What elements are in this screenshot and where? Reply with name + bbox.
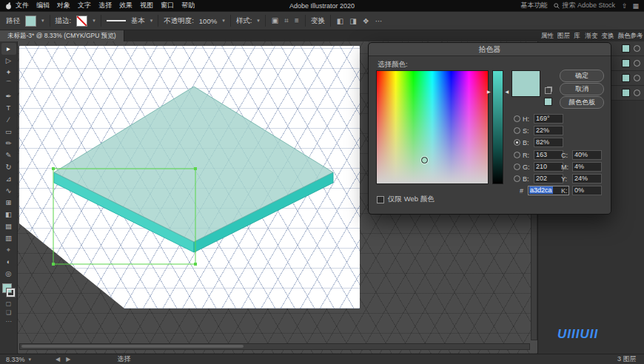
radio-b2[interactable] xyxy=(514,175,520,182)
web-only-checkbox[interactable] xyxy=(377,196,384,203)
web-gamut-cube-icon[interactable] xyxy=(545,87,551,94)
apps-icon[interactable]: ▦ xyxy=(632,2,639,10)
share-icon[interactable]: ⇧ xyxy=(622,2,628,10)
radio-b-selected[interactable] xyxy=(514,139,520,146)
selection-handle[interactable] xyxy=(52,167,55,170)
dialog-title[interactable]: 拾色器 xyxy=(369,43,611,56)
fill-caret-icon[interactable]: ▾ xyxy=(41,18,44,24)
m-input[interactable]: 4% xyxy=(572,162,602,172)
s-input[interactable]: 22% xyxy=(534,126,563,135)
layer-target-circle-icon[interactable] xyxy=(634,90,640,96)
color-field-marker[interactable] xyxy=(421,157,428,164)
apple-icon[interactable] xyxy=(5,2,12,10)
magic-wand-tool[interactable]: ✦ xyxy=(1,67,16,78)
h-input[interactable]: 169° xyxy=(534,114,563,124)
mesh-tool[interactable]: ▤ xyxy=(1,220,16,232)
zoom-tool[interactable]: ◎ xyxy=(1,268,16,280)
cancel-button[interactable]: 取消 xyxy=(560,83,604,95)
prev-artboard-icon[interactable]: ◀ xyxy=(56,356,60,363)
horizontal-scrollbar[interactable] xyxy=(19,343,530,350)
radio-g[interactable] xyxy=(514,164,520,170)
options-menu-icon[interactable]: ≡ xyxy=(294,16,300,25)
selection-handle[interactable] xyxy=(194,263,197,266)
c-input[interactable]: 40% xyxy=(572,150,602,160)
line-segment-tool[interactable]: ∕ xyxy=(1,114,16,126)
workspace-switcher[interactable]: 基本功能 xyxy=(520,1,547,10)
arrange-icon[interactable]: ❖ xyxy=(362,17,370,25)
stock-search[interactable]: 搜索 Adobe Stock xyxy=(554,1,615,10)
gradient-tool[interactable]: ▥ xyxy=(1,232,16,244)
menu-item-3[interactable]: 文字 xyxy=(74,1,95,10)
stroke-indicator-swatch[interactable] xyxy=(7,289,15,297)
layer-color-swatch[interactable] xyxy=(622,89,630,97)
brush-name[interactable]: 基本 xyxy=(131,16,145,26)
opacity-value[interactable]: 100% xyxy=(199,17,217,25)
pencil-tool[interactable]: ✎ xyxy=(1,149,16,161)
layer-target-circle-icon[interactable] xyxy=(634,45,640,52)
blend-tool[interactable]: ◐ xyxy=(1,256,16,268)
free-transform-tool[interactable]: ⊞ xyxy=(1,197,16,209)
brightness-slider[interactable]: ▶ ◀ xyxy=(492,70,503,184)
panel-tab-图层[interactable]: 图层 xyxy=(557,32,570,41)
b-input[interactable]: 82% xyxy=(534,138,563,147)
toolbar-more-icon[interactable]: ⋯ xyxy=(6,318,12,325)
zoom-level[interactable]: 8.33% xyxy=(6,356,25,363)
color-swatches-button[interactable]: 颜色色板 xyxy=(560,96,604,109)
style-caret-icon[interactable]: ▾ xyxy=(257,18,260,24)
panel-tab-颜色参考[interactable]: 颜色参考 xyxy=(618,32,643,41)
slider-marker-right-icon[interactable]: ◀ xyxy=(505,89,509,94)
layer-target-circle-icon[interactable] xyxy=(634,60,640,67)
opacity-caret-icon[interactable]: ▾ xyxy=(222,18,225,24)
menu-item-4[interactable]: 选择 xyxy=(95,1,115,10)
transform-label[interactable]: 变换 xyxy=(311,16,325,26)
document-setup-icon[interactable]: ▣ xyxy=(271,16,279,25)
paintbrush-tool[interactable]: ✏ xyxy=(1,138,16,149)
width-tool[interactable]: ∿ xyxy=(1,185,16,197)
iso-box-top-face[interactable] xyxy=(54,87,333,242)
selection-handle[interactable] xyxy=(52,263,55,266)
fill-color-swatch[interactable] xyxy=(25,16,36,27)
rotate-tool[interactable]: ↻ xyxy=(1,161,16,173)
menu-item-0[interactable]: 文件 xyxy=(12,1,33,10)
panel-tab-属性[interactable]: 属性 xyxy=(541,32,554,41)
color-field[interactable] xyxy=(376,70,489,184)
layer-color-swatch[interactable] xyxy=(622,74,630,82)
panel-tab-库[interactable]: 库 xyxy=(574,32,580,41)
scale-tool[interactable]: ⊿ xyxy=(1,173,16,185)
layer-target-circle-icon[interactable] xyxy=(634,75,640,81)
menu-item-6[interactable]: 视图 xyxy=(136,1,157,10)
menu-item-5[interactable]: 效果 xyxy=(115,1,136,10)
b2-input[interactable]: 202 xyxy=(534,174,563,183)
panel-tab-渐变[interactable]: 渐变 xyxy=(586,32,598,41)
menu-item-7[interactable]: 窗口 xyxy=(157,1,178,10)
selection-tool[interactable]: ▸ xyxy=(1,43,16,55)
menu-item-1[interactable]: 编辑 xyxy=(33,1,53,10)
rectangle-tool[interactable]: ▭ xyxy=(1,126,16,138)
layer-color-swatch[interactable] xyxy=(622,59,630,67)
radio-r[interactable] xyxy=(514,152,520,158)
r-input[interactable]: 163 xyxy=(534,150,563,160)
align-horizontal-icon[interactable]: ◧ xyxy=(336,17,344,25)
document-tab[interactable]: 未标题-3* @ 8.33% (CMYK/GPU 预览) xyxy=(0,30,124,41)
lasso-tool[interactable]: ⌒ xyxy=(1,78,16,90)
g-input[interactable]: 210 xyxy=(534,162,563,172)
brush-caret-icon[interactable]: ▾ xyxy=(150,18,153,24)
selection-handle[interactable] xyxy=(194,167,197,170)
eyedropper-tool[interactable]: ⌖ xyxy=(1,244,16,256)
shape-builder-tool[interactable]: ◧ xyxy=(1,209,16,220)
k-input[interactable]: 0% xyxy=(572,186,602,195)
type-tool[interactable]: T xyxy=(1,102,16,114)
align-vertical-icon[interactable]: ◨ xyxy=(349,17,357,25)
menu-item-2[interactable]: 对象 xyxy=(53,1,74,10)
direct-selection-tool[interactable]: ▷ xyxy=(1,55,16,67)
preferences-icon[interactable]: ⌗ xyxy=(284,16,289,25)
screen-mode-icon[interactable]: ❏ xyxy=(6,309,11,316)
radio-h[interactable] xyxy=(514,115,520,122)
horizontal-scrollbar-thumb[interactable] xyxy=(21,345,244,348)
next-artboard-icon[interactable]: ▶ xyxy=(66,356,70,363)
menu-item-8[interactable]: 帮助 xyxy=(178,1,198,10)
radio-s[interactable] xyxy=(514,127,520,134)
slider-marker-left-icon[interactable]: ▶ xyxy=(487,89,491,94)
y-input[interactable]: 24% xyxy=(572,174,602,183)
draw-mode-icon[interactable]: ▢ xyxy=(6,300,12,307)
